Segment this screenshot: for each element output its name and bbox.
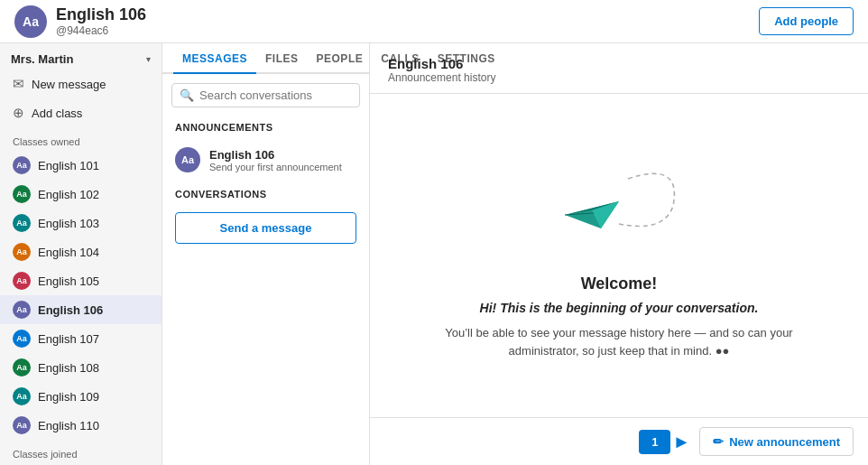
sidebar-item-english102[interactable]: Aa English 102 (0, 180, 162, 209)
search-box[interactable]: 🔍 (171, 83, 360, 107)
new-announcement-label: New announcement (729, 435, 840, 449)
chevron-down-icon: ▾ (146, 54, 151, 64)
new-message-action[interactable]: ✉ New message (0, 70, 162, 98)
conversations-section-label: CONVERSATIONS (162, 181, 369, 207)
sidebar-item-english109[interactable]: Aa English 109 (0, 382, 162, 411)
sidebar-item-label-english106: English 106 (38, 303, 103, 317)
announcement-subtitle: Send your first announcement (209, 162, 342, 172)
sidebar-item-english105[interactable]: Aa English 105 (0, 266, 162, 295)
class-icon-english108: Aa (13, 358, 31, 377)
sidebar-item-label-english105: English 105 (38, 274, 99, 288)
class-name: English 106 (56, 5, 146, 24)
announcement-item[interactable]: Aa English 106 Send your first announcem… (162, 138, 369, 181)
sidebar-username: Mrs. Martin (11, 52, 73, 66)
class-icon-english101: Aa (13, 156, 31, 174)
announce-header: English 106 Announcement history (370, 43, 868, 94)
announcements-section-label: ANNOUNCEMENTS (162, 116, 369, 138)
search-input[interactable] (199, 88, 352, 102)
search-icon: 🔍 (180, 88, 194, 102)
welcome-content: Welcome! Hi! This is the beginning of yo… (370, 94, 868, 417)
sidebar-item-label-english104: English 104 (38, 246, 99, 259)
announcement-avatar: Aa (175, 147, 200, 172)
add-class-action[interactable]: ⊕ Add class (0, 98, 162, 127)
sidebar-item-english101[interactable]: Aa English 101 (0, 151, 162, 180)
new-announcement-button[interactable]: ✏ New announcement (699, 427, 854, 456)
arrow-right-icon: ► (672, 432, 690, 452)
add-class-icon: ⊕ (13, 105, 24, 121)
announce-header-title: English 106 (388, 56, 850, 71)
class-handle: @944eac6 (56, 24, 146, 37)
paper-plane-illustration (529, 152, 709, 260)
sidebar-item-english108[interactable]: Aa English 108 (0, 353, 162, 382)
welcome-description: Hi! This is the beginning of your conver… (480, 301, 759, 315)
class-info: English 106 @944eac6 (56, 5, 146, 37)
welcome-title: Welcome! (581, 274, 658, 293)
sidebar-item-label-english110: English 110 (38, 419, 99, 432)
class-icon-english110: Aa (13, 416, 31, 434)
sidebar-item-label-english107: English 107 (38, 332, 99, 346)
add-class-label: Add class (32, 107, 82, 120)
welcome-panel: English 106 Announcement history (370, 43, 868, 465)
sidebar-item-english103[interactable]: Aa English 103 (0, 209, 162, 237)
main-layout: Mrs. Martin ▾ ✉ New message ⊕ Add class … (0, 43, 868, 465)
sidebar-item-label-english101: English 101 (38, 159, 99, 172)
topbar-left: Aa English 106 @944eac6 (14, 5, 146, 38)
sidebar: Mrs. Martin ▾ ✉ New message ⊕ Add class … (0, 43, 162, 465)
sidebar-item-english107[interactable]: Aa English 107 (0, 324, 162, 353)
sidebar-item-english104[interactable]: Aa English 104 (0, 237, 162, 266)
classes-owned-label: Classes owned (0, 127, 162, 151)
announcement-title: English 106 (209, 148, 342, 162)
welcome-note: You’ll be able to see your message histo… (429, 324, 808, 359)
add-people-button[interactable]: Add people (759, 7, 854, 35)
sidebar-item-label-english109: English 109 (38, 390, 99, 404)
tab-messages[interactable]: MESSAGES (173, 43, 256, 74)
send-message-button[interactable]: Send a message (175, 212, 356, 244)
class-icon-english106: Aa (13, 301, 31, 319)
sidebar-item-english110[interactable]: Aa English 110 (0, 411, 162, 440)
classes-joined-label: Classes joined (0, 440, 162, 463)
sidebar-user-header[interactable]: Mrs. Martin ▾ (0, 43, 162, 70)
announcement-text: English 106 Send your first announcement (209, 148, 342, 172)
pencil-icon: ✏ (713, 434, 724, 449)
class-icon-english102: Aa (13, 185, 31, 203)
notification-badge: 1 (639, 430, 670, 454)
topbar: Aa English 106 @944eac6 Add people (0, 0, 868, 43)
content-area: MESSAGES FILES PEOPLE CALLS SETTINGS 🔍 A… (162, 43, 868, 465)
tab-files[interactable]: FILES (256, 43, 308, 74)
tabs-bar: MESSAGES FILES PEOPLE CALLS SETTINGS (162, 43, 369, 74)
messages-panel: MESSAGES FILES PEOPLE CALLS SETTINGS 🔍 A… (162, 43, 370, 465)
new-message-label: New message (32, 78, 106, 91)
sidebar-item-english106[interactable]: Aa English 106 (0, 295, 162, 324)
sidebar-item-label-english102: English 102 (38, 188, 99, 201)
sidebar-item-label-english108: English 108 (38, 361, 99, 375)
announce-header-subtitle: Announcement history (388, 71, 850, 84)
class-icon-english104: Aa (13, 243, 31, 261)
class-avatar: Aa (14, 5, 47, 38)
class-icon-english105: Aa (13, 272, 31, 290)
sidebar-item-label-english103: English 103 (38, 217, 99, 230)
class-icon-english107: Aa (13, 330, 31, 348)
class-icon-english103: Aa (13, 214, 31, 232)
new-message-icon: ✉ (13, 76, 24, 92)
bottom-bar: 1 ► ✏ New announcement (370, 417, 868, 465)
tab-people[interactable]: PEOPLE (308, 43, 373, 74)
class-icon-english109: Aa (13, 387, 31, 405)
